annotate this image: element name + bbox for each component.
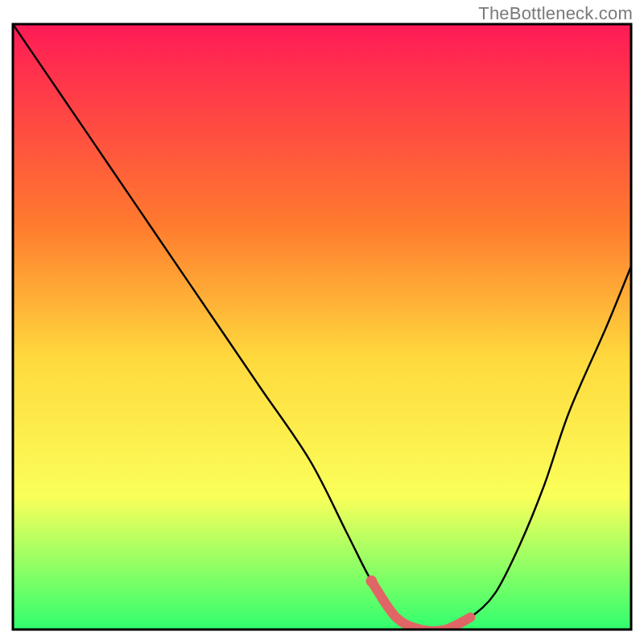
gradient-background [13,24,631,630]
bottleneck-chart [0,0,644,644]
watermark-text: TheBottleneck.com [478,3,633,24]
highlight-start-dot [365,576,377,587]
chart-container: TheBottleneck.com [0,0,644,644]
